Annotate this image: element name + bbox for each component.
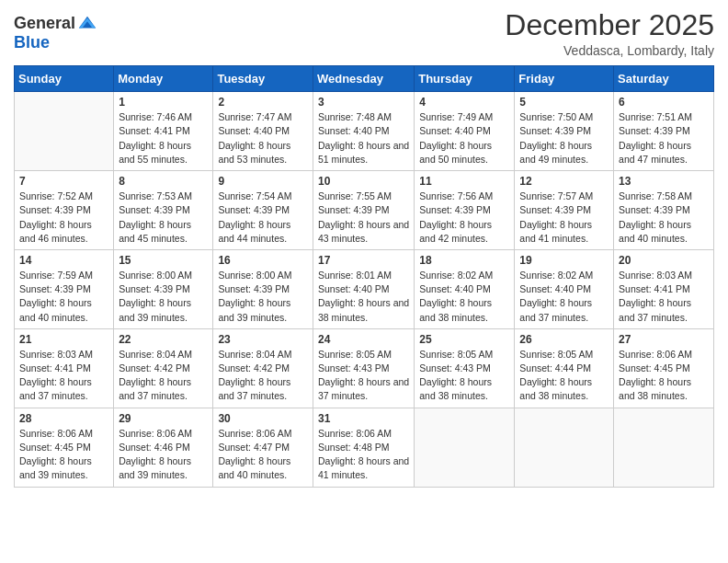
calendar-cell: 17Sunrise: 8:01 AMSunset: 4:40 PMDayligh…: [313, 249, 414, 328]
day-info: Sunrise: 8:01 AMSunset: 4:40 PMDaylight:…: [318, 269, 409, 325]
day-info: Sunrise: 7:55 AMSunset: 4:39 PMDaylight:…: [318, 190, 409, 246]
day-number: 18: [419, 254, 509, 267]
sunset: Sunset: 4:39 PM: [19, 204, 91, 215]
calendar-cell: 30Sunrise: 8:06 AMSunset: 4:47 PMDayligh…: [213, 408, 313, 487]
daylight: Daylight: 8 hours and 39 minutes.: [119, 455, 191, 480]
sunrise: Sunrise: 8:06 AM: [119, 428, 192, 439]
calendar-cell: 13Sunrise: 7:58 AMSunset: 4:39 PMDayligh…: [614, 171, 714, 250]
sunrise: Sunrise: 8:03 AM: [19, 349, 93, 360]
daylight: Daylight: 8 hours and 37 minutes.: [318, 376, 409, 401]
daylight: Daylight: 8 hours and 38 minutes.: [519, 376, 592, 401]
weekday-header-sunday: Sunday: [15, 66, 114, 92]
day-number: 21: [19, 333, 108, 346]
day-number: 13: [619, 175, 709, 188]
sunset: Sunset: 4:41 PM: [19, 362, 91, 373]
day-info: Sunrise: 7:59 AMSunset: 4:39 PMDaylight:…: [19, 269, 108, 325]
daylight: Daylight: 8 hours and 41 minutes.: [519, 219, 592, 244]
header: General Blue December 2025 Veddasca, Lom…: [14, 9, 714, 58]
day-info: Sunrise: 8:06 AMSunset: 4:47 PMDaylight:…: [218, 427, 308, 483]
sunset: Sunset: 4:39 PM: [218, 204, 290, 215]
month-title: December 2025: [505, 9, 714, 41]
daylight: Daylight: 8 hours and 50 minutes.: [419, 140, 492, 165]
weekday-header-tuesday: Tuesday: [213, 66, 313, 92]
sunrise: Sunrise: 7:53 AM: [119, 190, 192, 201]
day-number: 5: [519, 96, 609, 109]
sunrise: Sunrise: 8:04 AM: [218, 349, 291, 360]
daylight: Daylight: 8 hours and 49 minutes.: [519, 140, 592, 165]
daylight: Daylight: 8 hours and 38 minutes.: [318, 297, 409, 322]
sunrise: Sunrise: 8:06 AM: [318, 428, 392, 439]
day-info: Sunrise: 8:05 AMSunset: 4:43 PMDaylight:…: [419, 348, 509, 404]
calendar-cell: 8Sunrise: 7:53 AMSunset: 4:39 PMDaylight…: [114, 171, 213, 250]
daylight: Daylight: 8 hours and 40 minutes.: [19, 297, 92, 322]
day-info: Sunrise: 7:49 AMSunset: 4:40 PMDaylight:…: [419, 110, 509, 167]
daylight: Daylight: 8 hours and 38 minutes.: [419, 376, 492, 401]
day-info: Sunrise: 7:58 AMSunset: 4:39 PMDaylight:…: [619, 190, 709, 246]
day-info: Sunrise: 7:56 AMSunset: 4:39 PMDaylight:…: [419, 190, 509, 246]
day-number: 3: [318, 96, 409, 109]
sunset: Sunset: 4:43 PM: [419, 362, 491, 373]
day-number: 14: [19, 254, 108, 267]
calendar-cell: 22Sunrise: 8:04 AMSunset: 4:42 PMDayligh…: [114, 328, 213, 408]
day-info: Sunrise: 8:05 AMSunset: 4:43 PMDaylight:…: [318, 348, 409, 404]
daylight: Daylight: 8 hours and 37 minutes.: [119, 376, 191, 401]
daylight: Daylight: 8 hours and 39 minutes.: [119, 297, 191, 322]
daylight: Daylight: 8 hours and 42 minutes.: [419, 219, 492, 244]
day-number: 16: [218, 254, 308, 267]
day-number: 7: [19, 175, 108, 188]
logo-general: General: [14, 14, 75, 33]
day-number: 1: [119, 96, 208, 109]
sunrise: Sunrise: 8:02 AM: [519, 270, 593, 281]
sunrise: Sunrise: 8:05 AM: [419, 349, 493, 360]
daylight: Daylight: 8 hours and 51 minutes.: [318, 140, 409, 165]
sunrise: Sunrise: 8:05 AM: [318, 349, 392, 360]
calendar-week-5: 28Sunrise: 8:06 AMSunset: 4:45 PMDayligh…: [15, 408, 714, 487]
daylight: Daylight: 8 hours and 38 minutes.: [619, 376, 691, 401]
sunset: Sunset: 4:39 PM: [218, 283, 290, 294]
sunset: Sunset: 4:40 PM: [519, 283, 591, 294]
day-info: Sunrise: 8:02 AMSunset: 4:40 PMDaylight:…: [519, 269, 609, 325]
calendar-cell: [15, 92, 114, 171]
day-number: 25: [419, 333, 509, 346]
sunrise: Sunrise: 7:49 AM: [419, 111, 493, 122]
daylight: Daylight: 8 hours and 40 minutes.: [619, 219, 691, 244]
sunset: Sunset: 4:40 PM: [318, 283, 390, 294]
calendar-cell: [614, 408, 714, 487]
sunrise: Sunrise: 7:57 AM: [519, 190, 593, 201]
day-info: Sunrise: 8:06 AMSunset: 4:46 PMDaylight:…: [119, 427, 208, 483]
sunrise: Sunrise: 8:06 AM: [19, 428, 93, 439]
day-info: Sunrise: 8:04 AMSunset: 4:42 PMDaylight:…: [218, 348, 308, 404]
daylight: Daylight: 8 hours and 39 minutes.: [218, 297, 290, 322]
day-number: 4: [419, 96, 509, 109]
calendar-cell: 2Sunrise: 7:47 AMSunset: 4:40 PMDaylight…: [213, 92, 313, 171]
calendar-cell: 3Sunrise: 7:48 AMSunset: 4:40 PMDaylight…: [313, 92, 414, 171]
day-number: 28: [19, 412, 108, 425]
calendar-cell: 20Sunrise: 8:03 AMSunset: 4:41 PMDayligh…: [614, 249, 714, 328]
day-info: Sunrise: 8:06 AMSunset: 4:48 PMDaylight:…: [318, 427, 409, 483]
title-block: December 2025 Veddasca, Lombardy, Italy: [505, 9, 714, 58]
logo: General Blue: [14, 13, 97, 52]
logo-text: General: [14, 13, 97, 33]
sunset: Sunset: 4:46 PM: [119, 442, 190, 453]
sunrise: Sunrise: 8:02 AM: [419, 270, 493, 281]
day-info: Sunrise: 8:04 AMSunset: 4:42 PMDaylight:…: [119, 348, 208, 404]
logo-icon: [77, 13, 97, 33]
daylight: Daylight: 8 hours and 45 minutes.: [119, 219, 191, 244]
calendar-cell: 16Sunrise: 8:00 AMSunset: 4:39 PMDayligh…: [213, 249, 313, 328]
sunrise: Sunrise: 7:56 AM: [419, 190, 493, 201]
daylight: Daylight: 8 hours and 38 minutes.: [419, 297, 492, 322]
calendar-cell: 11Sunrise: 7:56 AMSunset: 4:39 PMDayligh…: [415, 171, 515, 250]
day-number: 30: [218, 412, 308, 425]
day-info: Sunrise: 7:46 AMSunset: 4:41 PMDaylight:…: [119, 110, 208, 167]
weekday-header-wednesday: Wednesday: [313, 66, 414, 92]
calendar-cell: 1Sunrise: 7:46 AMSunset: 4:41 PMDaylight…: [114, 92, 213, 171]
calendar-week-4: 21Sunrise: 8:03 AMSunset: 4:41 PMDayligh…: [15, 328, 714, 408]
day-info: Sunrise: 8:05 AMSunset: 4:44 PMDaylight:…: [519, 348, 609, 404]
daylight: Daylight: 8 hours and 53 minutes.: [218, 140, 290, 165]
sunrise: Sunrise: 7:55 AM: [318, 190, 392, 201]
sunset: Sunset: 4:40 PM: [419, 125, 491, 136]
sunrise: Sunrise: 8:01 AM: [318, 270, 392, 281]
sunrise: Sunrise: 7:51 AM: [619, 111, 692, 122]
calendar-cell: 23Sunrise: 8:04 AMSunset: 4:42 PMDayligh…: [213, 328, 313, 408]
sunset: Sunset: 4:39 PM: [619, 125, 690, 136]
